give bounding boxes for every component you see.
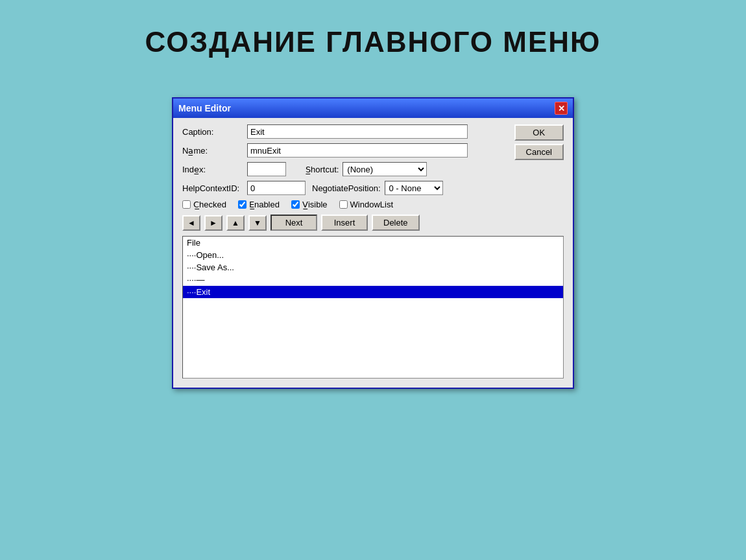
helpcontext-row: HelpContextID: NegotiatePosition: 0 - No…	[182, 181, 509, 195]
windowlist-label: WindowList	[350, 200, 393, 209]
visible-label: V̲isible	[302, 200, 328, 209]
dialog-title: Menu Editor	[178, 103, 231, 113]
next-button[interactable]: Next	[271, 215, 317, 231]
shortcut-label: S̲hortcut:	[306, 165, 339, 174]
caption-row: Caption:	[182, 124, 509, 139]
page-title: СОЗДАНИЕ ГЛАВНОГО МЕНЮ	[0, 0, 746, 58]
helpcontext-input[interactable]	[247, 181, 306, 195]
index-shortcut-row: Inde̲x: S̲hortcut: (None)	[182, 162, 509, 176]
ok-cancel-column: OK Cancel	[514, 124, 564, 160]
insert-button[interactable]: Insert	[321, 215, 368, 231]
dialog-titlebar: Menu Editor ✕	[173, 99, 573, 118]
arrow-right-button[interactable]: ►	[204, 215, 223, 231]
menu-list[interactable]: File ····Open... ····Save As... ····— ··…	[182, 236, 564, 379]
menu-item-exit[interactable]: ····Exit	[183, 286, 563, 298]
arrow-down-button[interactable]: ▼	[248, 215, 267, 231]
caption-input[interactable]	[247, 124, 468, 139]
index-input[interactable]	[247, 162, 286, 176]
menu-editor-dialog: Menu Editor ✕ Caption: Na̲me:	[172, 97, 574, 389]
enabled-label: E̲nabled	[249, 200, 280, 209]
enabled-checkbox[interactable]	[238, 200, 247, 209]
windowlist-checkbox[interactable]	[339, 200, 348, 209]
name-label: Na̲me:	[182, 146, 247, 156]
ok-button[interactable]: OK	[514, 124, 564, 141]
windowlist-checkbox-item[interactable]: WindowList	[339, 200, 393, 209]
arrow-left-button[interactable]: ◄	[182, 215, 200, 231]
menu-item-file[interactable]: File	[183, 237, 563, 249]
caption-label: Caption:	[182, 127, 247, 137]
menu-item-saveas[interactable]: ····Save As...	[183, 261, 563, 274]
checkboxes-row: C̲hecked E̲nabled V̲isible WindowLi	[182, 200, 509, 209]
name-input[interactable]	[247, 143, 468, 158]
visible-checkbox[interactable]	[291, 200, 300, 209]
visible-checkbox-item[interactable]: V̲isible	[291, 200, 328, 209]
name-row: Na̲me:	[182, 143, 509, 158]
menu-item-open[interactable]: ····Open...	[183, 249, 563, 261]
cancel-button[interactable]: Cancel	[514, 144, 564, 160]
helpcontext-label: HelpContextID:	[182, 183, 247, 193]
checked-checkbox[interactable]	[182, 200, 191, 209]
enabled-checkbox-item[interactable]: E̲nabled	[238, 200, 280, 209]
checked-checkbox-item[interactable]: C̲hecked	[182, 200, 226, 209]
delete-button[interactable]: Delete	[372, 215, 420, 231]
checked-label: C̲hecked	[193, 200, 226, 209]
top-section: Caption: Na̲me: Inde̲x: S̲hortcut:	[182, 124, 564, 215]
nav-row: ◄ ► ▲ ▼ Next Insert Delete	[182, 215, 564, 231]
close-button[interactable]: ✕	[555, 102, 568, 115]
menu-item-separator[interactable]: ····—	[183, 274, 563, 286]
dialog-body: Caption: Na̲me: Inde̲x: S̲hortcut:	[173, 118, 573, 388]
arrow-up-button[interactable]: ▲	[226, 215, 245, 231]
negpos-label: NegotiatePosition:	[312, 183, 381, 193]
dialog-wrapper: Menu Editor ✕ Caption: Na̲me:	[172, 97, 574, 389]
negpos-select[interactable]: 0 - None	[385, 181, 443, 195]
index-label: Inde̲x:	[182, 165, 247, 174]
fields-column: Caption: Na̲me: Inde̲x: S̲hortcut:	[182, 124, 509, 215]
shortcut-select[interactable]: (None)	[343, 162, 427, 176]
